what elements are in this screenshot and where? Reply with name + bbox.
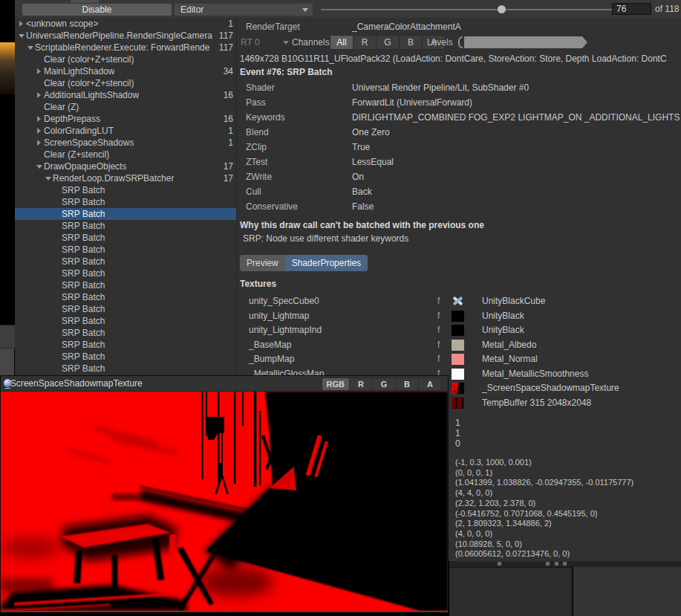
tree-item-label: DepthPrepass — [44, 114, 100, 124]
target-selection-dropdown[interactable]: Editor — [175, 4, 313, 16]
texture-property-name: _BumpMap — [249, 352, 294, 366]
event-slider-handle[interactable] — [498, 5, 506, 13]
tree-item-clear-z-stencil[interactable]: Clear (Z+stencil) — [15, 149, 236, 161]
tree-item-srp-batch[interactable]: SRP Batch — [15, 363, 236, 375]
preview-channel-button-g[interactable]: G — [373, 378, 396, 390]
tree-item-srp-batch[interactable]: SRP Batch — [15, 256, 236, 268]
tree-item-srp-batch[interactable]: SRP Batch — [15, 184, 236, 196]
tree-item-unknown-scope[interactable]: <unknown scope>1 — [15, 18, 236, 30]
foldout-expanded-icon[interactable] — [16, 34, 26, 38]
tree-item-label: SRP Batch — [62, 256, 105, 267]
rt-index-dropdown[interactable]: RT 0 — [241, 37, 260, 48]
tree-item-srp-batch[interactable]: SRP Batch — [15, 291, 236, 303]
preview-window-titlebar[interactable]: _ScreenSpaceShadowmapTexture RGBRGBA — [1, 376, 448, 392]
tree-item-label: Clear (color+Z+stencil) — [44, 78, 134, 88]
tree-item-label: SRP Batch — [62, 221, 105, 231]
channel-button-all[interactable]: All — [330, 36, 353, 49]
tree-item-colorgradinglut[interactable]: ColorGradingLUT1 — [15, 125, 236, 137]
tree-item-label: SRP Batch — [62, 304, 105, 314]
tree-item-renderloop-drawsrpbatcher[interactable]: RenderLoop.DrawSRPBatcher17 — [15, 172, 236, 184]
tree-item-additionallightsshadow[interactable]: AdditionalLightsShadow16 — [15, 89, 236, 101]
event-slider-track[interactable] — [321, 9, 616, 10]
tree-item-srp-batch[interactable]: SRP Batch — [15, 303, 236, 315]
tab-shaderproperties[interactable]: ShaderProperties — [285, 255, 368, 271]
texture-row-unityblack[interactable]: unity_LightmapfUnityBlack — [237, 309, 681, 323]
vector-value: (4, 4, 0, 0) — [455, 488, 633, 499]
tree-item-label: Clear (color+Z+stencil) — [44, 54, 134, 65]
tree-item-srp-batch[interactable]: SRP Batch — [15, 279, 236, 291]
tree-item-srp-batch[interactable]: SRP Batch — [15, 351, 236, 363]
property-row-cull: CullBack — [237, 184, 681, 199]
foldout-expanded-icon[interactable] — [25, 46, 35, 50]
chevron-down-icon — [283, 41, 289, 45]
tree-item-srp-batch[interactable]: SRP Batch — [15, 327, 236, 339]
channel-button-g[interactable]: G — [377, 36, 400, 49]
batch-break-title: Why this draw call can't be batched with… — [240, 220, 484, 230]
foldout-expanded-icon[interactable] — [34, 165, 44, 169]
property-label: Cull — [246, 184, 261, 199]
texture-asset-name: Metal_Normal — [482, 352, 538, 366]
tree-item-clear-z[interactable]: Clear (Z) — [15, 101, 236, 113]
foldout-collapsed-icon[interactable] — [34, 116, 44, 122]
property-value: Universal Render Pipeline/Lit, SubShader… — [352, 80, 529, 95]
background-panel-fragment — [0, 325, 15, 348]
levels-slider[interactable] — [464, 36, 587, 48]
tree-item-screenspaceshadows[interactable]: ScreenSpaceShadows1 — [15, 137, 236, 149]
levels-slider-min-handle[interactable] — [458, 36, 463, 48]
scrollbar-tick — [555, 562, 558, 565]
tree-item-drawopaqueobjects[interactable]: DrawOpaqueObjects17 — [15, 161, 236, 172]
tree-item-mainlightshadow[interactable]: MainLightShadow34 — [15, 65, 236, 77]
foldout-collapsed-icon[interactable] — [34, 140, 44, 146]
textures-heading: Textures — [240, 279, 276, 289]
texture-row-unityblackcube[interactable]: unity_SpecCube0fUnityBlackCube — [237, 294, 681, 308]
vector-value: (2.32, 1.203, 2.378, 0) — [455, 499, 633, 509]
foldout-expanded-icon[interactable] — [43, 177, 53, 181]
texture-thumbnail-icon — [452, 369, 464, 380]
horizontal-scrollbar[interactable] — [449, 561, 681, 567]
target-selection-value: Editor — [180, 4, 203, 15]
tree-item-label: Clear (Z) — [44, 102, 79, 112]
tree-item-label: UniversalRenderPipeline.RenderSingleCame… — [26, 30, 212, 41]
tree-item-srp-batch[interactable]: SRP Batch — [15, 232, 236, 244]
tree-item-srp-batch[interactable]: SRP Batch — [15, 268, 236, 279]
property-label: Conservative — [246, 199, 298, 214]
foldout-collapsed-icon[interactable] — [34, 128, 44, 134]
preview-channel-button-a[interactable]: A — [419, 378, 441, 390]
tree-item-srp-batch[interactable]: SRP Batch — [15, 244, 236, 256]
preview-channel-button-r[interactable]: R — [350, 378, 373, 390]
property-row-zwrite: ZWriteOn — [237, 169, 681, 184]
preview-channel-button-rgb[interactable]: RGB — [322, 378, 350, 390]
tree-item-srp-batch[interactable]: SRP Batch — [15, 220, 236, 232]
tree-item-label: MainLightShadow — [44, 66, 114, 77]
preview-channel-button-group: RGBRGBA — [322, 377, 442, 391]
property-row-blend: BlendOne Zero — [237, 125, 681, 140]
tree-item-label: RenderLoop.DrawSRPBatcher — [53, 173, 174, 184]
tree-item-srp-batch[interactable]: SRP Batch — [15, 196, 236, 208]
tree-item-srp-batch[interactable]: SRP Batch — [15, 315, 236, 327]
foldout-collapsed-icon[interactable] — [16, 21, 26, 27]
tab-preview[interactable]: Preview — [240, 255, 285, 271]
disable-button[interactable]: Disable — [22, 4, 172, 16]
event-title: Event #76: SRP Batch — [240, 67, 333, 77]
preview-channel-button-b[interactable]: B — [396, 378, 419, 390]
tree-item-clear-color-z-stencil[interactable]: Clear (color+Z+stencil) — [15, 54, 236, 65]
tree-item-label: SRP Batch — [62, 209, 105, 219]
tree-item-scriptablerenderer-execute-forwardrende[interactable]: ScriptableRenderer.Execute: ForwardRende… — [15, 42, 236, 54]
tree-item-universalrenderpipeline-rendersinglecamera[interactable]: UniversalRenderPipeline.RenderSingleCame… — [15, 30, 236, 42]
texture-row-metal-normal[interactable]: _BumpMapfMetal_Normal — [237, 352, 681, 366]
channel-button-b[interactable]: B — [400, 36, 423, 49]
background-panel — [573, 567, 681, 616]
texture-row-unityblack[interactable]: unity_LightmapIndfUnityBlack — [237, 323, 681, 337]
property-label: ZTest — [246, 155, 267, 169]
foldout-collapsed-icon[interactable] — [34, 68, 44, 74]
render-target-label: RenderTarget — [246, 22, 300, 32]
tree-item-srp-batch[interactable]: SRP Batch — [15, 339, 236, 351]
event-number-input[interactable] — [612, 3, 651, 15]
texture-row-metal-albedo[interactable]: _BaseMapfMetal_Albedo — [237, 338, 681, 352]
foldout-collapsed-icon[interactable] — [34, 92, 44, 98]
channel-button-r[interactable]: R — [353, 36, 377, 49]
tree-item-depthprepass[interactable]: DepthPrepass16 — [15, 113, 236, 125]
tree-item-label: ScriptableRenderer.Execute: ForwardRende — [35, 42, 209, 53]
tree-item-clear-color-z-stencil[interactable]: Clear (color+Z+stencil) — [15, 77, 236, 89]
tree-item-srp-batch[interactable]: SRP Batch — [15, 208, 236, 220]
